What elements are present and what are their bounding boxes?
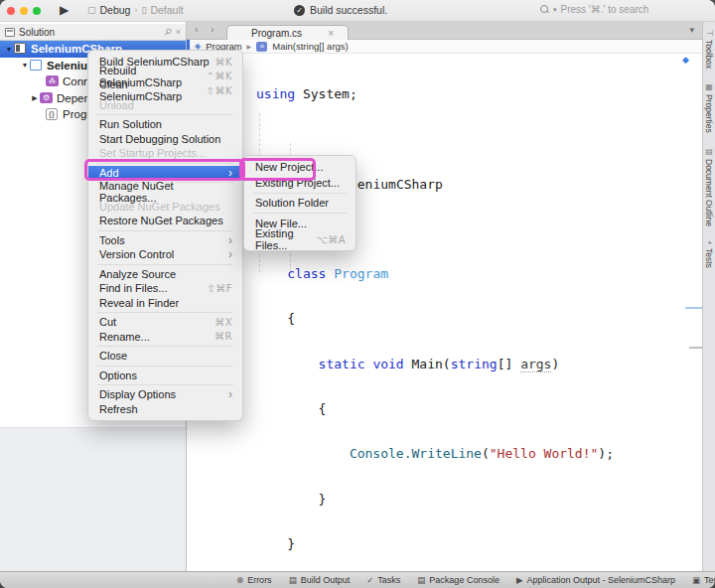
disclosure-open-icon[interactable]: ▼	[4, 46, 14, 53]
statusbar-terminal[interactable]: ▣Terminal – SeleniumCSharp	[692, 575, 715, 585]
statusbar-application-output[interactable]: ▶Application Output - SeleniumCSharp	[516, 575, 675, 585]
code-line-blank	[256, 131, 614, 146]
package-console-icon: ▤	[417, 575, 425, 585]
menu-item-options[interactable]: Options	[88, 368, 242, 383]
debug-icon: ▢	[87, 5, 96, 15]
build-status-text: Build successful.	[310, 4, 387, 16]
config-icon: ▯	[141, 5, 146, 15]
csharp-file-icon: {}	[46, 108, 59, 120]
properties-icon: ▦	[705, 82, 714, 91]
menu-item-rename[interactable]: Rename...⌘R	[88, 330, 242, 345]
menu-separator	[253, 213, 347, 214]
terminal-icon: ▣	[692, 575, 700, 585]
tab-list-dropdown-icon[interactable]: ▾	[689, 25, 694, 35]
menu-item-refresh[interactable]: Refresh	[88, 402, 242, 417]
menu-item-close[interactable]: Close	[88, 349, 242, 364]
submenu-arrow-icon: ›	[228, 168, 232, 178]
menu-item-reveal-in-finder[interactable]: Reveal in Finder	[88, 296, 242, 311]
close-icon[interactable]: ×	[176, 27, 181, 37]
code-line: static void Main(string[] args)	[256, 357, 614, 371]
method-icon: ≡	[256, 42, 267, 52]
menu-item-cut[interactable]: Cut⌘X	[88, 315, 242, 330]
right-dock: ⊤Toolbox ▦Properties ▤Document Outline +…	[702, 22, 715, 571]
menu-item-display-options[interactable]: Display Options›	[88, 387, 242, 402]
connected-services-icon: ⁂	[46, 75, 59, 87]
menu-item-manage-nuget[interactable]: Manage NuGet Packages...	[88, 185, 242, 200]
disclosure-open-icon[interactable]: ▼	[20, 62, 30, 69]
menu-item-version-control[interactable]: Version Control›	[88, 247, 242, 262]
document-outline-icon: ▤	[705, 147, 714, 156]
project-icon	[30, 60, 43, 72]
search-input[interactable]: ▾ Press '⌘.' to search	[540, 4, 705, 15]
build-target-selector[interactable]: ▢ Debug › ▯ Default	[87, 4, 184, 16]
tab-program-cs[interactable]: Program.cs ×	[226, 25, 349, 40]
scrollbar-marker-gray	[689, 347, 702, 349]
search-placeholder: Press '⌘.' to search	[561, 4, 649, 15]
code-line: {	[256, 311, 614, 326]
check-icon: ✓	[294, 5, 305, 16]
search-icon	[540, 5, 549, 14]
build-target-label: Debug	[100, 4, 131, 16]
window-maximize-button[interactable]	[33, 7, 41, 15]
menu-item-clean[interactable]: Clean SeleniumCSharp⇧⌘K	[88, 83, 242, 98]
dock-tab-toolbox[interactable]: ⊤Toolbox	[704, 30, 714, 69]
app-window: ▶ ▢ Debug › ▯ Default ✓ Build successful…	[0, 0, 715, 588]
add-submenu: New Project... Existing Project... Solut…	[243, 155, 357, 251]
editor-area: ‹ › Program.cs × ▾ ◈ Program ▶ ≡ Main(st…	[187, 22, 702, 571]
window-minimize-button[interactable]	[20, 7, 28, 15]
application-output-icon: ▶	[516, 575, 523, 585]
submenu-arrow-icon: ›	[228, 389, 232, 399]
menu-separator	[97, 264, 233, 265]
titlebar: ▶ ▢ Debug › ▯ Default ✓ Build successful…	[0, 0, 715, 22]
code-editor[interactable]: using System; namespace SeleniumCSharp {…	[187, 54, 614, 588]
solution-pad-title: Solution	[19, 27, 161, 38]
menu-item-add[interactable]: Add›	[88, 166, 242, 181]
solution-icon	[14, 43, 27, 55]
menu-separator	[97, 346, 233, 347]
submenu-item-existing-project[interactable]: Existing Project...	[244, 175, 356, 191]
menu-item-find-in-files[interactable]: Find in Files...⇧⌘F	[88, 281, 242, 296]
menu-item-tools[interactable]: Tools›	[88, 233, 242, 248]
dock-tab-tests[interactable]: +Tests	[704, 240, 714, 268]
breadcrumb-member[interactable]: Main(string[] args)	[272, 41, 349, 52]
solution-pad-empty-area	[0, 427, 186, 571]
submenu-arrow-icon: ›	[228, 249, 232, 259]
window-close-button[interactable]	[7, 7, 15, 15]
errors-icon: ⊗	[236, 575, 243, 585]
submenu-arrow-icon: ›	[228, 235, 232, 245]
caret-marker-icon: ◆	[682, 55, 689, 65]
submenu-item-new-project[interactable]: New Project...	[244, 159, 356, 175]
dock-tab-document-outline[interactable]: ▤Document Outline	[704, 147, 714, 226]
tab-label: Program.cs	[251, 28, 302, 39]
submenu-item-existing-files[interactable]: Existing Files...⌥⌘A	[244, 231, 356, 247]
menu-item-run-solution[interactable]: Run Solution	[88, 117, 242, 132]
chevron-right-icon: ›	[134, 5, 137, 15]
menu-item-start-debugging[interactable]: Start Debugging Solution	[88, 132, 242, 147]
statusbar-package-console[interactable]: ▤Package Console	[417, 575, 500, 585]
navigate-forward-button[interactable]: ›	[211, 23, 214, 35]
menu-item-analyze-source[interactable]: Analyze Source	[88, 267, 242, 282]
dock-tab-properties[interactable]: ▦Properties	[704, 82, 714, 133]
statusbar-errors[interactable]: ⊗Errors	[236, 575, 272, 585]
menu-item-update-nuget: Update NuGet Packages	[88, 200, 242, 215]
menu-separator	[97, 312, 233, 313]
navigate-back-button[interactable]: ‹	[195, 23, 199, 35]
statusbar-tasks[interactable]: ✓Tasks	[366, 575, 400, 585]
code-line: class Program	[256, 266, 614, 281]
pin-icon[interactable]: ⚲	[163, 26, 175, 38]
disclosure-closed-icon[interactable]: ▶	[30, 94, 40, 102]
code-line: }	[256, 492, 614, 507]
build-output-icon: ▤	[289, 575, 297, 585]
menu-separator	[97, 384, 233, 385]
statusbar-build-output[interactable]: ▤Build Output	[289, 575, 351, 585]
menu-separator	[97, 114, 233, 115]
menu-separator	[97, 366, 233, 367]
code-line: {	[256, 401, 614, 416]
tab-close-icon[interactable]: ×	[328, 28, 334, 39]
solution-pad-icon	[5, 28, 15, 37]
breadcrumb: ◈ Program ▶ ≡ Main(string[] args)	[187, 40, 702, 54]
menu-item-restore-nuget[interactable]: Restore NuGet Packages	[88, 214, 242, 228]
submenu-item-solution-folder[interactable]: Solution Folder	[244, 196, 356, 212]
code-line: using System;	[256, 86, 614, 101]
run-icon[interactable]: ▶	[60, 3, 69, 17]
